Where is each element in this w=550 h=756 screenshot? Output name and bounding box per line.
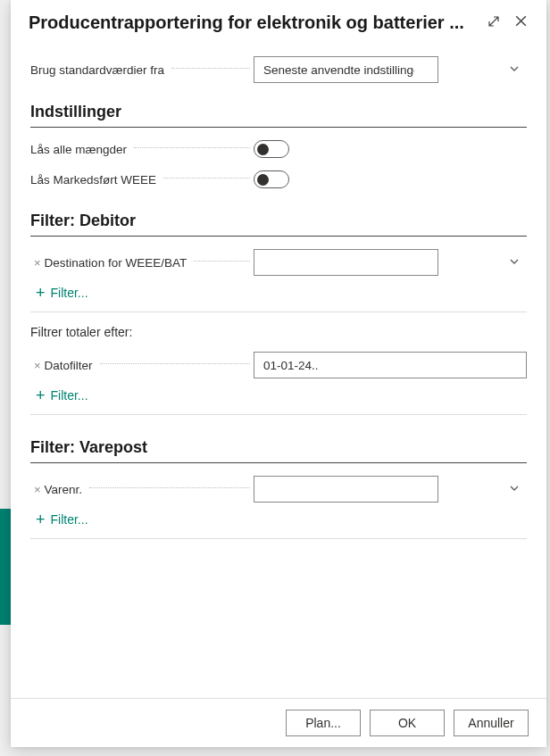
remove-filter-icon[interactable]: × [34,359,41,372]
filter-debitor-heading: Filter: Debitor [30,212,527,237]
divider [30,414,527,415]
chevron-down-icon [509,254,520,270]
expand-icon[interactable] [487,14,501,32]
lock-all-qty-row: Lås alle mængder [30,140,527,158]
dialog-body: Brug standardværdier fra Indstillinger L… [11,40,546,698]
plus-icon: + [36,387,46,403]
add-filter-totals[interactable]: + Filter... [36,387,88,403]
date-filter-input[interactable] [254,352,527,378]
default-values-label: Brug standardværdier fra [30,63,254,77]
date-filter-label: × Datofilter [30,359,254,372]
remove-filter-icon[interactable]: × [34,483,41,496]
settings-heading: Indstillinger [30,103,527,128]
lock-all-qty-toggle[interactable] [254,140,289,158]
add-filter-label: Filter... [51,286,88,300]
destination-filter-label: × Destination for WEEE/BAT [30,256,254,270]
destination-filter-row: × Destination for WEEE/BAT [30,249,527,276]
default-values-row: Brug standardværdier fra [30,56,527,83]
ok-button[interactable]: OK [370,710,445,736]
close-icon[interactable] [513,13,529,32]
divider [30,312,527,312]
remove-filter-icon[interactable]: × [34,256,41,270]
filter-totals-heading: Filtrer totaler efter: [30,325,527,339]
lock-all-qty-label: Lås alle mængder [30,143,254,156]
add-filter-label: Filter... [51,388,88,403]
divider [30,538,527,539]
lock-marketed-weee-label: Lås Markedsført WEEE [30,173,254,187]
add-filter-varepost[interactable]: + Filter... [36,511,88,528]
background-accent [0,509,11,625]
itemno-filter-input[interactable] [254,476,438,503]
add-filter-label: Filter... [51,512,88,527]
report-dialog: Producentrapportering for elektronik og … [11,0,546,747]
lock-marketed-weee-row: Lås Markedsført WEEE [30,170,527,188]
plan-button[interactable]: Plan... [286,710,361,736]
itemno-filter-row: × Varenr. [30,476,527,503]
date-filter-row: × Datofilter [30,352,527,378]
default-values-select[interactable] [254,56,438,83]
chevron-down-icon [509,481,520,497]
chevron-down-icon [509,62,520,78]
add-filter-debitor[interactable]: + Filter... [36,285,88,301]
destination-filter-input[interactable] [254,249,438,276]
plus-icon: + [36,285,46,301]
dialog-header: Producentrapportering for elektronik og … [11,0,546,40]
header-actions [487,13,529,32]
cancel-button[interactable]: Annuller [454,710,529,736]
dialog-title: Producentrapportering for elektronik og … [29,12,487,33]
itemno-filter-label: × Varenr. [30,483,254,496]
plus-icon: + [36,511,46,528]
lock-marketed-weee-toggle[interactable] [254,170,289,188]
dialog-footer: Plan... OK Annuller [11,698,546,747]
filter-varepost-heading: Filter: Varepost [30,438,527,463]
